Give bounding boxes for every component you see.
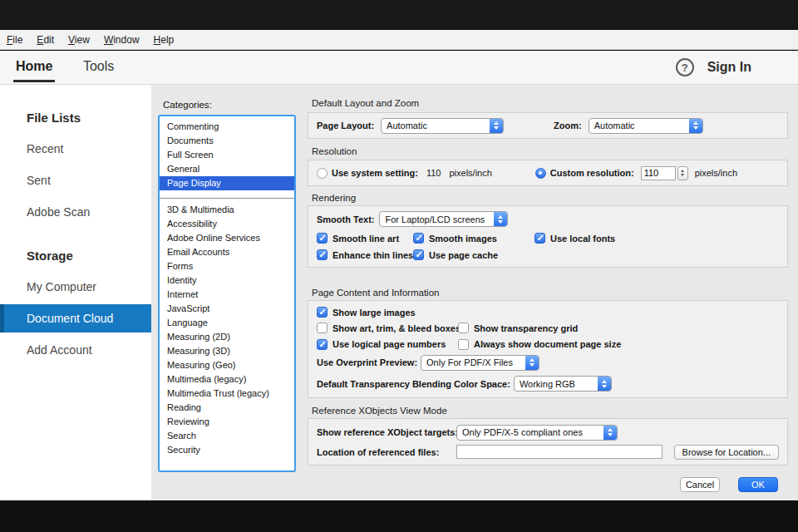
desktop-background	[0, 500, 798, 532]
sidebar-item-document-cloud[interactable]: Document Cloud	[0, 304, 151, 332]
checkbox-checked-icon	[317, 307, 328, 318]
checkbox-label: Use local fonts	[550, 234, 615, 244]
show-large-images-checkbox[interactable]: Show large images	[317, 307, 416, 318]
checkbox-label: Enhance thin lines	[332, 250, 413, 260]
use-logical-page-numbers-checkbox[interactable]: Use logical page numbers	[317, 339, 458, 350]
custom-resolution-input[interactable]	[641, 166, 676, 180]
menu-edit[interactable]: Edit	[37, 34, 54, 46]
checkbox-unchecked-icon	[458, 323, 469, 333]
category-item[interactable]: Search	[160, 429, 294, 443]
checkbox-checked-icon	[317, 339, 328, 350]
sidebar-header-file-lists: File Lists	[0, 101, 151, 133]
group-layout-zoom: Page Layout: Automatic Zoom: Automatic	[308, 112, 788, 139]
checkbox-label: Show large images	[332, 308, 416, 318]
sign-in-button[interactable]: Sign In	[707, 60, 751, 75]
help-icon[interactable]: ?	[676, 58, 694, 76]
section-title-xobjects: Reference XObjects View Mode	[312, 406, 447, 416]
smooth-line-art-checkbox[interactable]: Smooth line art	[317, 233, 413, 244]
overprint-row: Use Overprint Preview: Only For PDF/X Fi…	[317, 355, 779, 371]
category-item[interactable]: Measuring (2D)	[160, 330, 294, 344]
smooth-images-checkbox[interactable]: Smooth images	[413, 233, 534, 244]
checkbox-checked-icon	[413, 233, 424, 244]
chevron-up-down-icon	[603, 426, 617, 440]
xobject-targets-select[interactable]: Only PDF/X-5 compliant ones	[456, 425, 618, 441]
category-item[interactable]: Internet	[160, 288, 294, 302]
tab-home[interactable]: Home	[13, 51, 55, 82]
category-item[interactable]: Adobe Online Services	[160, 231, 294, 245]
content-row-1: Show large images	[317, 307, 779, 318]
sidebar: File Lists Recent Sent Adobe Scan Storag…	[0, 85, 151, 500]
sidebar-item-my-computer[interactable]: My Computer	[0, 271, 151, 303]
category-item[interactable]: Accessibility	[160, 217, 294, 231]
overprint-value: Only For PDF/X Files	[421, 356, 525, 370]
categories-list: Commenting Documents Full Screen General…	[158, 115, 296, 472]
xobject-targets-label: Show reference XObject targets:	[317, 427, 456, 437]
referenced-files-row: Location of referenced files: Browse for…	[317, 445, 779, 460]
sidebar-item-add-account[interactable]: Add Account	[0, 334, 151, 366]
category-item[interactable]: Forms	[160, 259, 294, 273]
nav-right: ? Sign In	[676, 51, 751, 84]
blend-space-select[interactable]: Working RGB	[514, 376, 612, 392]
category-item[interactable]: Reviewing	[160, 415, 294, 429]
sidebar-item-adobe-scan[interactable]: Adobe Scan	[0, 196, 151, 228]
menu-window[interactable]: Window	[104, 34, 140, 46]
category-item[interactable]: 3D & Multimedia	[160, 203, 294, 217]
menu-file[interactable]: File	[7, 34, 22, 46]
category-item[interactable]: Language	[160, 316, 294, 330]
content-row-3: Use logical page numbers Always show doc…	[317, 339, 779, 350]
smooth-text-row: Smooth Text: For Laptop/LCD screens	[317, 211, 779, 227]
category-item[interactable]: General	[160, 162, 294, 176]
resolution-stepper[interactable]	[677, 166, 688, 180]
category-item[interactable]: Measuring (3D)	[160, 344, 294, 358]
use-system-setting-radio[interactable]	[317, 168, 328, 179]
checkbox-label: Show art, trim, & bleed boxes	[332, 323, 461, 333]
category-item-page-display[interactable]: Page Display	[160, 176, 294, 190]
category-item[interactable]: Commenting	[160, 120, 294, 134]
sidebar-item-sent[interactable]: Sent	[0, 165, 151, 196]
category-item[interactable]: Multimedia Trust (legacy)	[160, 387, 294, 401]
use-local-fonts-checkbox[interactable]: Use local fonts	[534, 233, 615, 244]
menu-help[interactable]: Help	[154, 34, 175, 46]
menu-view[interactable]: View	[68, 34, 90, 46]
group-resolution: Use system setting: 110 pixels/inch Cust…	[308, 160, 788, 186]
blend-space-label: Default Transparency Blending Color Spac…	[317, 379, 510, 389]
checkbox-checked-icon	[317, 233, 328, 244]
category-item[interactable]: Identity	[160, 273, 294, 288]
zoom-value: Automatic	[589, 119, 689, 133]
enhance-thin-lines-checkbox[interactable]: Enhance thin lines	[317, 249, 413, 260]
group-rendering: Smooth Text: For Laptop/LCD screens Smoo…	[308, 205, 788, 268]
category-item[interactable]: Measuring (Geo)	[160, 358, 294, 372]
use-system-setting-label: Use system setting:	[332, 168, 418, 178]
cancel-button[interactable]: Cancel	[680, 477, 720, 492]
category-item[interactable]: JavaScript	[160, 302, 294, 316]
use-page-cache-checkbox[interactable]: Use page cache	[413, 249, 498, 260]
smooth-text-label: Smooth Text:	[317, 214, 374, 224]
category-item[interactable]: Full Screen	[160, 148, 294, 162]
category-item[interactable]: Reading	[160, 401, 294, 415]
section-title-resolution: Resolution	[312, 146, 357, 156]
always-show-page-size-checkbox[interactable]: Always show document page size	[458, 339, 621, 350]
sidebar-header-storage: Storage	[0, 239, 151, 271]
browse-for-location-button[interactable]: Browse for Location...	[674, 445, 779, 460]
custom-resolution-radio[interactable]	[535, 168, 546, 179]
page-layout-select[interactable]: Automatic	[381, 118, 504, 134]
category-item[interactable]: Email Accounts	[160, 245, 294, 259]
smooth-text-value: For Laptop/LCD screens	[380, 212, 494, 226]
zoom-select[interactable]: Automatic	[589, 118, 703, 134]
category-item[interactable]: Documents	[160, 134, 294, 148]
sidebar-item-recent[interactable]: Recent	[0, 133, 151, 165]
section-title-rendering: Rendering	[312, 193, 356, 203]
referenced-files-input[interactable]	[456, 445, 663, 459]
show-art-trim-bleed-checkbox[interactable]: Show art, trim, & bleed boxes	[317, 323, 458, 333]
ok-button[interactable]: OK	[738, 477, 778, 492]
category-item[interactable]: Multimedia (legacy)	[160, 372, 294, 387]
smooth-text-select[interactable]: For Laptop/LCD screens	[379, 211, 508, 227]
tab-tools[interactable]: Tools	[81, 51, 116, 80]
overprint-select[interactable]: Only For PDF/X Files	[421, 355, 539, 371]
custom-resolution-unit: pixels/inch	[695, 168, 737, 178]
chevron-up-down-icon	[598, 377, 611, 391]
window-titlebar	[0, 0, 798, 30]
blend-row: Default Transparency Blending Color Spac…	[317, 376, 779, 392]
category-item[interactable]: Security	[160, 443, 294, 457]
show-transparency-grid-checkbox[interactable]: Show transparency grid	[458, 323, 578, 333]
